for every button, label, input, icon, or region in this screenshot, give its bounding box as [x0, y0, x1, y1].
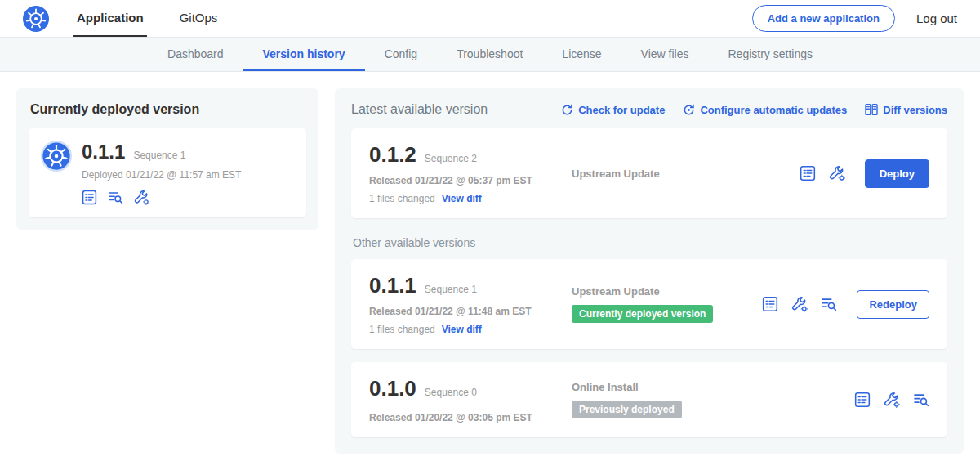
preflight-checks-icon[interactable]: [821, 296, 837, 312]
version-number: 0.1.0: [369, 376, 416, 401]
edit-config-icon[interactable]: [884, 392, 900, 408]
deployed-version-card: 0.1.1 Sequence 1 Deployed 01/21/22 @ 11:…: [29, 128, 306, 217]
configure-automatic-updates-label: Configure automatic updates: [700, 104, 847, 116]
subnav: Dashboard Version history Config Trouble…: [0, 38, 980, 72]
view-diff-link[interactable]: View diff: [442, 324, 482, 335]
version-number: 0.1.1: [369, 273, 416, 298]
released-timestamp: Released 01/21/22 @ 05:37 pm EST: [369, 175, 572, 186]
version-source: Upstream Update: [572, 168, 800, 180]
files-changed: 1 files changed: [369, 193, 435, 204]
diff-icon: [865, 103, 878, 116]
released-timestamp: Released 01/21/22 @ 11:48 am EST: [369, 306, 572, 317]
version-number: 0.1.2: [369, 142, 416, 168]
release-notes-icon[interactable]: [800, 165, 816, 181]
preflight-checks-icon[interactable]: [913, 392, 929, 408]
kubernetes-logo-icon: [23, 6, 49, 32]
version-source: Upstream Update: [572, 285, 762, 298]
deployed-timestamp: Deployed 01/21/22 @ 11:57 am EST: [82, 169, 241, 181]
version-sequence: Sequence 1: [425, 284, 477, 295]
add-application-button[interactable]: Add a new application: [752, 5, 895, 32]
deployed-sequence: Sequence 1: [133, 150, 185, 161]
edit-config-icon[interactable]: [829, 165, 845, 181]
diff-versions-label: Diff versions: [883, 104, 947, 116]
deployed-version-number: 0.1.1: [82, 141, 125, 163]
subnav-config[interactable]: Config: [365, 38, 437, 71]
kubernetes-version-icon: [41, 141, 72, 172]
header-spacer: [250, 0, 751, 37]
app-logo: [23, 0, 49, 37]
version-card-0-1-2: 0.1.2 Sequence 2 Released 01/21/22 @ 05:…: [351, 128, 947, 218]
redeploy-button[interactable]: Redeploy: [857, 290, 929, 319]
other-versions-title: Other available versions: [353, 236, 946, 249]
subnav-version-history[interactable]: Version history: [243, 38, 365, 71]
version-sequence: Sequence 2: [425, 153, 477, 164]
check-for-update-button[interactable]: Check for update: [561, 104, 665, 116]
tab-gitops[interactable]: GitOps: [176, 0, 221, 37]
latest-version-title: Latest available version: [351, 102, 488, 117]
logout-link[interactable]: Log out: [916, 0, 957, 37]
version-source: Online Install: [572, 381, 854, 393]
files-changed: 1 files changed: [369, 324, 435, 335]
top-header: Application GitOps Add a new application…: [0, 0, 980, 38]
preflight-checks-icon[interactable]: [108, 190, 123, 205]
released-timestamp: Released 01/20/22 @ 03:05 pm EST: [369, 412, 572, 423]
currently-deployed-badge: Currently deployed version: [572, 305, 713, 323]
release-notes-icon[interactable]: [82, 190, 97, 205]
main-content: Currently deployed version 0.1.1: [0, 72, 980, 461]
auto-update-icon: [683, 104, 695, 116]
view-diff-link[interactable]: View diff: [442, 193, 482, 204]
subnav-view-files[interactable]: View files: [621, 38, 709, 71]
previously-deployed-badge: Previously deployed: [572, 401, 682, 418]
version-sequence: Sequence 0: [425, 387, 477, 398]
edit-config-icon[interactable]: [791, 296, 808, 312]
release-notes-icon[interactable]: [854, 392, 871, 408]
release-notes-icon[interactable]: [762, 296, 778, 312]
version-card-0-1-0: 0.1.0 Sequence 0 Released 01/20/22 @ 03:…: [351, 362, 947, 437]
currently-deployed-title: Currently deployed version: [30, 102, 305, 117]
subnav-license[interactable]: License: [542, 38, 621, 71]
deploy-button[interactable]: Deploy: [865, 159, 929, 188]
check-for-update-label: Check for update: [578, 104, 665, 116]
versions-panel: Latest available version Check for updat…: [335, 88, 964, 454]
edit-config-icon[interactable]: [134, 190, 149, 205]
subnav-troubleshoot[interactable]: Troubleshoot: [437, 38, 542, 71]
configure-automatic-updates-button[interactable]: Configure automatic updates: [683, 104, 847, 116]
subnav-registry-settings[interactable]: Registry settings: [709, 38, 832, 71]
refresh-icon: [561, 104, 573, 116]
tab-application[interactable]: Application: [74, 0, 147, 37]
subnav-dashboard[interactable]: Dashboard: [148, 38, 243, 71]
diff-versions-button[interactable]: Diff versions: [865, 103, 947, 116]
currently-deployed-panel: Currently deployed version 0.1.1: [16, 88, 318, 230]
version-card-0-1-1: 0.1.1 Sequence 1 Released 01/21/22 @ 11:…: [351, 259, 947, 349]
